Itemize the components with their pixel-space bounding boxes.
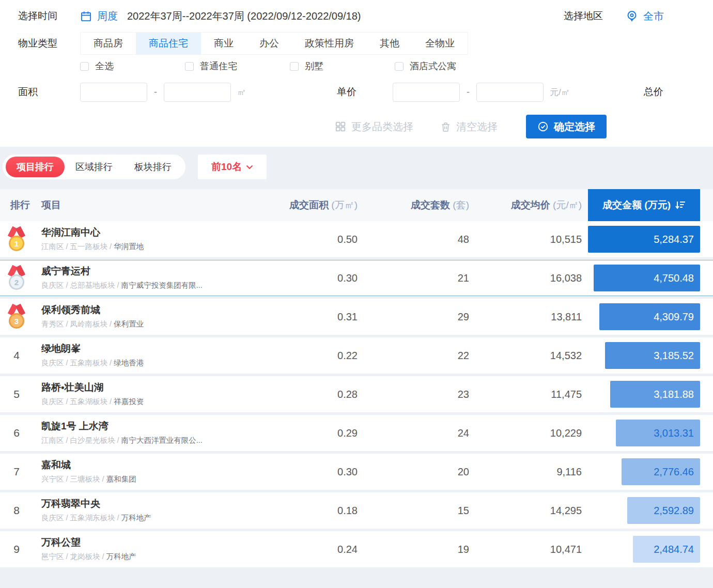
range-filter-row: 面积 - ㎡ 单价 - 元/㎡ 总价 bbox=[0, 78, 713, 106]
rank-cell: 2 2 bbox=[0, 265, 33, 291]
tab-shangye[interactable]: 商业 bbox=[201, 33, 246, 54]
checkbox-box[interactable] bbox=[80, 62, 89, 71]
grid-icon bbox=[335, 121, 346, 132]
project-developer: 华润置地 bbox=[114, 242, 144, 251]
deal-avg-price-value: 10,471 bbox=[550, 544, 583, 555]
project-name: 万科公望 bbox=[41, 537, 260, 549]
tab-project-ranking[interactable]: 项目排行 bbox=[6, 157, 65, 177]
project-subtitle: 青秀区 / 凤岭南板块 / 保利置业 bbox=[41, 319, 260, 329]
tab-quanwuye[interactable]: 全物业 bbox=[412, 33, 468, 54]
deal-units-value: 23 bbox=[458, 389, 470, 400]
header-amount-sort[interactable]: 成交金额 (万元) bbox=[588, 189, 700, 221]
checkbox-box[interactable] bbox=[185, 62, 194, 71]
time-range-value[interactable]: 2022年37周--2022年37周 (2022/09/12-2022/09/1… bbox=[127, 9, 361, 23]
deal-area-value: 0.30 bbox=[337, 466, 359, 478]
table-row[interactable]: 4 4 绿地朗峯 良庆区 / 五象南板块 / 绿地香港 0.22 22 14,5… bbox=[0, 337, 713, 374]
top-n-selector[interactable]: 前10名 bbox=[198, 154, 267, 179]
table-row[interactable]: 6 6 凯旋1号 上水湾 江南区 / 白沙星光板块 / 南宁大西洋置业有限公..… bbox=[0, 415, 713, 451]
rank-number: 9 bbox=[13, 543, 20, 555]
property-type-tabs: 商品房 商品住宅 商业 办公 政策性用房 其他 全物业 bbox=[80, 32, 468, 55]
tab-plate-ranking[interactable]: 板块排行 bbox=[123, 157, 182, 177]
area-min-input[interactable] bbox=[80, 83, 147, 102]
rank-number: 8 bbox=[13, 504, 20, 517]
medal-icon: 3 bbox=[6, 304, 27, 330]
deal-avg-price-value: 9,116 bbox=[556, 466, 583, 478]
deal-area-value: 0.24 bbox=[337, 544, 359, 555]
rank-cell: 6 6 bbox=[0, 427, 33, 439]
header-units: 成交套数 (套) bbox=[411, 198, 470, 212]
ranking-tab-group: 项目排行 区域排行 板块排行 bbox=[3, 154, 185, 179]
subtype-checkbox-row: 全选 普通住宅 别墅 酒店式公寓 bbox=[0, 55, 713, 78]
deal-avg-price-value: 14,532 bbox=[550, 350, 583, 362]
trash-icon bbox=[440, 121, 451, 132]
clear-selection-button[interactable]: 清空选择 bbox=[440, 120, 498, 134]
unit-price-label: 单价 bbox=[337, 85, 357, 99]
table-row[interactable]: 5 5 路桥•壮美山湖 良庆区 / 五象湖板块 / 祥嘉投资 0.28 23 1… bbox=[0, 376, 713, 412]
project-cell: 威宁青运村 良庆区 / 总部基地板块 / 南宁威宁投资集团有限... bbox=[33, 266, 260, 290]
tab-district-ranking[interactable]: 区域排行 bbox=[65, 157, 123, 177]
deal-units-value: 48 bbox=[458, 234, 470, 245]
checkbox-select-all[interactable]: 全选 bbox=[80, 60, 185, 72]
unit-price-min-input[interactable] bbox=[393, 83, 460, 102]
deal-amount-cell: 2,776.46 bbox=[583, 458, 713, 485]
filter-panel: 选择时间 周度 2022年37周--2022年37周 (2022/09/12-2… bbox=[0, 0, 713, 147]
deal-area-value: 0.18 bbox=[337, 505, 359, 517]
project-cell: 嘉和城 兴宁区 / 三塘板块 / 嘉和集团 bbox=[33, 459, 260, 484]
project-subtitle: 良庆区 / 五象湖东板块 / 万科地产 bbox=[41, 513, 260, 523]
medal-icon: 2 bbox=[6, 265, 27, 291]
project-subtitle: 良庆区 / 五象南板块 / 绿地香港 bbox=[41, 358, 260, 368]
rank-cell: 3 3 bbox=[0, 304, 33, 330]
table-row[interactable]: 8 8 万科翡翠中央 良庆区 / 五象湖东板块 / 万科地产 0.18 15 1… bbox=[0, 492, 713, 529]
rank-number: 4 bbox=[13, 349, 20, 362]
project-subtitle: 邕宁区 / 龙岗板块 / 万科地产 bbox=[41, 552, 260, 562]
deal-amount-cell: 3,185.52 bbox=[583, 342, 713, 369]
table-row[interactable]: 7 7 嘉和城 兴宁区 / 三塘板块 / 嘉和集团 0.30 20 9,116 … bbox=[0, 454, 713, 490]
project-name: 嘉和城 bbox=[41, 459, 260, 471]
tab-shangpinfang[interactable]: 商品房 bbox=[81, 33, 136, 54]
checkbox-ordinary-residence[interactable]: 普通住宅 bbox=[185, 60, 290, 72]
region-value[interactable]: 全市 bbox=[643, 9, 664, 23]
project-location: 良庆区 / 五象南板块 / bbox=[41, 359, 114, 367]
table-row[interactable]: 1 1 华润江南中心 江南区 / 五一路板块 / 华润置地 0.50 48 10… bbox=[0, 221, 713, 257]
location-pin-icon[interactable] bbox=[626, 10, 638, 22]
checkbox-box[interactable] bbox=[290, 62, 299, 71]
project-name: 保利领秀前城 bbox=[41, 304, 260, 316]
tab-shangpinzhuzhai[interactable]: 商品住宅 bbox=[136, 33, 201, 54]
checkbox-hotel-apartment[interactable]: 酒店式公寓 bbox=[395, 60, 500, 72]
checkbox-box[interactable] bbox=[395, 62, 404, 71]
unit-price-max-input[interactable] bbox=[476, 83, 544, 102]
project-name: 万科翡翠中央 bbox=[41, 498, 260, 510]
table-row[interactable]: 3 3 保利领秀前城 青秀区 / 凤岭南板块 / 保利置业 0.31 29 13… bbox=[0, 299, 713, 335]
deal-amount-bar: 4,309.79 bbox=[599, 303, 700, 330]
project-location: 江南区 / 五一路板块 / bbox=[41, 242, 114, 251]
table-row[interactable]: 2 2 威宁青运村 良庆区 / 总部基地板块 / 南宁威宁投资集团有限... 0… bbox=[0, 260, 713, 296]
confirm-selection-button[interactable]: 确定选择 bbox=[526, 115, 607, 138]
deal-amount-cell: 2,592.89 bbox=[583, 497, 713, 524]
deal-amount-cell: 4,750.48 bbox=[583, 265, 713, 291]
area-max-input[interactable] bbox=[164, 83, 231, 102]
ranking-tabs-row: 项目排行 区域排行 板块排行 前10名 bbox=[3, 154, 713, 179]
time-mode-selector[interactable]: 周度 bbox=[97, 9, 118, 23]
project-subtitle: 良庆区 / 五象湖板块 / 祥嘉投资 bbox=[41, 397, 260, 407]
calendar-icon[interactable] bbox=[80, 10, 92, 22]
checkbox-villa[interactable]: 别墅 bbox=[290, 60, 395, 72]
deal-amount-cell: 3,013.31 bbox=[583, 420, 713, 446]
price-range-dash: - bbox=[460, 87, 476, 98]
check-circle-icon bbox=[537, 121, 549, 132]
header-price: 成交均价 (元/㎡) bbox=[511, 198, 583, 212]
deal-area-value: 0.22 bbox=[337, 350, 359, 362]
table-row[interactable]: 9 9 万科公望 邕宁区 / 龙岗板块 / 万科地产 0.24 19 10,47… bbox=[0, 531, 713, 567]
project-name: 华润江南中心 bbox=[41, 227, 260, 239]
rank-cell: 5 5 bbox=[0, 388, 33, 400]
more-categories-button[interactable]: 更多品类选择 bbox=[335, 120, 413, 134]
medal-icon: 1 bbox=[6, 226, 27, 252]
tab-zhengcexing[interactable]: 政策性用房 bbox=[292, 33, 367, 54]
project-cell: 绿地朗峯 良庆区 / 五象南板块 / 绿地香港 bbox=[33, 343, 260, 368]
deal-units-value: 24 bbox=[458, 427, 470, 439]
tab-qita[interactable]: 其他 bbox=[367, 33, 412, 54]
deal-units-value: 21 bbox=[458, 272, 470, 284]
project-cell: 路桥•壮美山湖 良庆区 / 五象湖板块 / 祥嘉投资 bbox=[33, 382, 260, 407]
rank-cell: 7 7 bbox=[0, 466, 33, 478]
rank-number: 6 bbox=[13, 427, 20, 439]
tab-bangong[interactable]: 办公 bbox=[246, 33, 292, 54]
